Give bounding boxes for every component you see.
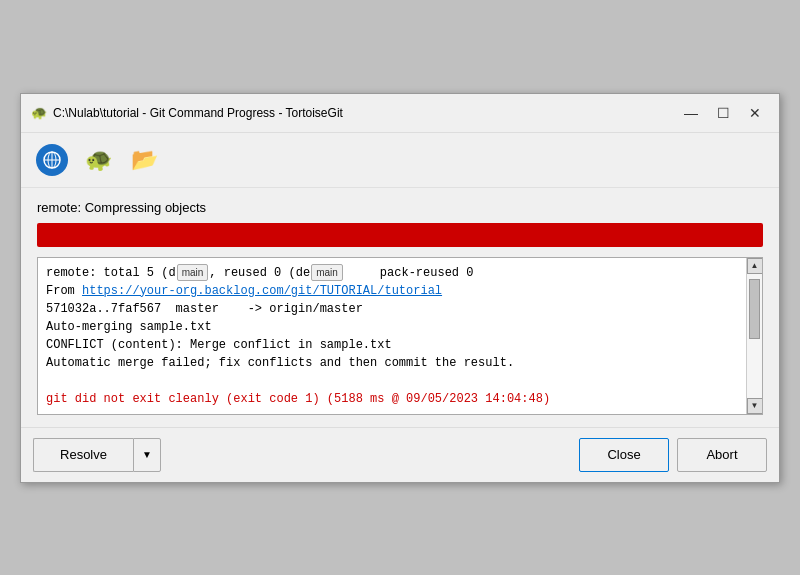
footer-right-buttons: Close Abort <box>579 438 767 472</box>
minimize-button[interactable]: — <box>677 102 705 124</box>
globe-icon <box>36 144 68 176</box>
turtle-icon-button[interactable]: 🐢 <box>79 141 117 179</box>
dropdown-arrow-icon: ▼ <box>142 449 152 460</box>
content-area: remote: Compressing objects remote: tota… <box>21 188 779 427</box>
output-text[interactable]: remote: total 5 (dmain, reused 0 (demain… <box>38 258 746 414</box>
tag-badge-main1: main <box>177 264 209 281</box>
turtle-icon: 🐢 <box>85 147 112 173</box>
scrollbar-thumb[interactable] <box>749 279 760 339</box>
resolve-dropdown-button[interactable]: ▼ <box>133 438 161 472</box>
status-label: remote: Compressing objects <box>37 200 763 215</box>
progress-bar <box>37 223 763 247</box>
tag-badge-main2: main <box>311 264 343 281</box>
scrollbar-track[interactable] <box>747 274 762 398</box>
app-icon: 🐢 <box>31 105 47 121</box>
footer: Resolve ▼ Close Abort <box>21 427 779 482</box>
scroll-up-button[interactable]: ▲ <box>747 258 763 274</box>
toolbar: 🐢 📂 <box>21 133 779 188</box>
footer-left-buttons: Resolve ▼ <box>33 438 161 472</box>
output-line-1: remote: total 5 (dmain, reused 0 (demain… <box>46 266 550 406</box>
abort-button[interactable]: Abort <box>677 438 767 472</box>
window-controls: — ☐ ✕ <box>677 102 769 124</box>
maximize-button[interactable]: ☐ <box>709 102 737 124</box>
folder-icon: 📂 <box>131 147 158 173</box>
main-window: 🐢 C:\Nulab\tutorial - Git Command Progre… <box>20 93 780 483</box>
resolve-button[interactable]: Resolve <box>33 438 133 472</box>
title-bar: 🐢 C:\Nulab\tutorial - Git Command Progre… <box>21 94 779 133</box>
scroll-down-button[interactable]: ▼ <box>747 398 763 414</box>
globe-icon-button[interactable] <box>33 141 71 179</box>
folder-icon-button[interactable]: 📂 <box>125 141 163 179</box>
repo-url-link[interactable]: https://your-org.backlog.com/git/TUTORIA… <box>82 284 442 298</box>
window-title: C:\Nulab\tutorial - Git Command Progress… <box>53 106 677 120</box>
output-scrollbar: ▲ ▼ <box>746 258 762 414</box>
error-message: git did not exit cleanly (exit code 1) (… <box>46 392 550 406</box>
output-container: remote: total 5 (dmain, reused 0 (demain… <box>37 257 763 415</box>
close-window-button[interactable]: ✕ <box>741 102 769 124</box>
close-button[interactable]: Close <box>579 438 669 472</box>
